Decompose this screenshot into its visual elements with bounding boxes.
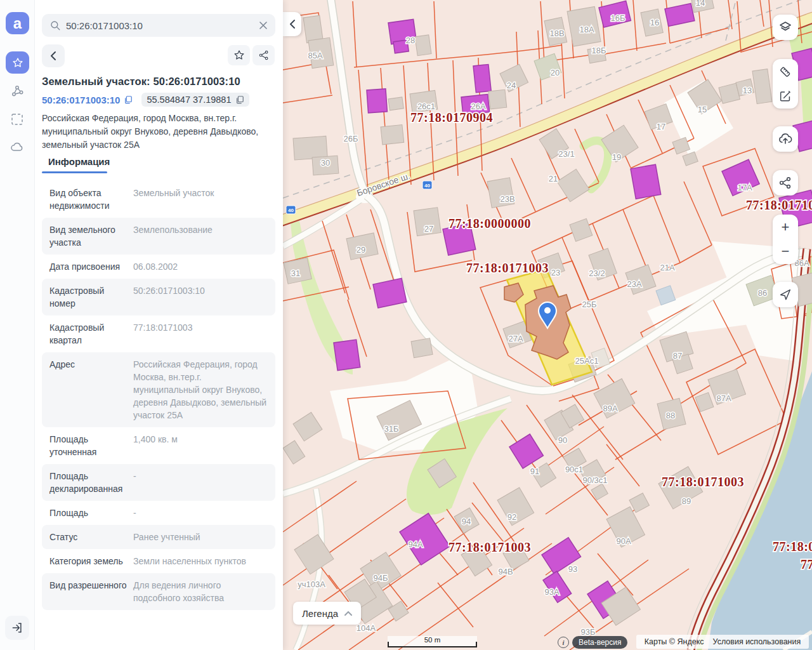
parcel-number-label: 104А [357, 623, 376, 633]
sidebar-item-favorites[interactable] [6, 51, 29, 74]
row-label: Площадь [49, 507, 131, 519]
app-logo-glyph: a [13, 16, 22, 31]
measure-edit-group [773, 59, 798, 109]
parcel-number-label: 90/3с1 [582, 475, 607, 485]
search-bar[interactable] [42, 14, 275, 37]
layers-button[interactable] [773, 15, 798, 40]
parcel-number-label: 29 [357, 245, 365, 255]
attribution-terms[interactable]: Условия использования [713, 637, 801, 646]
sidebar-item-objects[interactable] [10, 84, 25, 102]
tab-information[interactable]: Информация [48, 156, 110, 167]
sidebar-item-cloud[interactable] [10, 140, 25, 157]
coordinates-text: 55.584847 37.19881 [147, 95, 231, 105]
ruler-button[interactable] [773, 60, 798, 84]
map-attribution: Карты © Яндекс Условия использования [636, 635, 809, 649]
polygon-icon [10, 84, 25, 99]
parcel-number-label: 85А [308, 51, 322, 60]
share-button[interactable] [252, 45, 275, 65]
row-label: Площадь уточненная [49, 433, 131, 458]
row-label: Вид земельного участка [49, 223, 131, 249]
zoom-in-button[interactable]: + [773, 215, 798, 239]
layers-icon [778, 20, 793, 35]
parcel-number-label: 94А [408, 540, 422, 549]
app-logo[interactable]: a [6, 12, 29, 34]
parcel-number-label: 20 [551, 68, 560, 77]
upload-button[interactable] [773, 126, 798, 152]
sidebar-item-select-area[interactable] [10, 112, 25, 129]
parcel-number-label: 26Б [344, 134, 358, 143]
selection-square-icon [10, 112, 25, 127]
parcel-number-label: 18А [579, 25, 594, 34]
parcel-number-label: 89 [682, 496, 691, 506]
favorite-button[interactable] [228, 45, 250, 65]
parcel-number-label: 21 [549, 174, 558, 183]
zoom-control-group: + − [773, 215, 798, 264]
upload-cloud-icon [778, 131, 793, 147]
info-button[interactable]: i [558, 637, 569, 648]
row-value: Земли населенных пунктов [133, 555, 268, 567]
locate-button[interactable] [773, 282, 798, 307]
row-label: Категория земель [49, 555, 131, 567]
zoom-out-button[interactable]: − [773, 239, 798, 263]
parcel-number-label: 16 [650, 18, 659, 27]
parcel-number-label: 27 [424, 224, 433, 234]
parcel-number-label: 93Б [581, 627, 596, 637]
search-input[interactable] [66, 20, 259, 31]
row-value: 06.08.2002 [133, 260, 268, 273]
cadastral-quarter-label: 77:18:0171003 [662, 475, 744, 489]
parcel-number-label: 17 [657, 122, 665, 131]
table-row: АдресРоссийская Федерация, город Москва,… [42, 352, 275, 427]
row-label: Дата присвоения [49, 260, 131, 273]
table-row: СтатусРанее учтенный [42, 525, 275, 549]
copy-icon[interactable] [235, 95, 244, 104]
parcel-number-label: 23В [500, 194, 514, 204]
legend-button[interactable]: Легенда [293, 602, 361, 625]
chevron-left-icon [50, 51, 56, 61]
row-label: Статус [49, 531, 131, 543]
row-label: Вид разрешенного [49, 579, 131, 604]
parcel-number-label: 91 [530, 467, 539, 476]
coordinates-chip[interactable]: 55.584847 37.19881 [141, 93, 249, 107]
road-sign: 40 [286, 206, 296, 214]
table-row: Вид объекта недвижимостиЗемельный участо… [42, 181, 275, 218]
cadastral-number-link[interactable]: 50:26:0171003:10 [42, 95, 133, 105]
beta-badge: Beta-версия [572, 636, 627, 649]
exit-button[interactable] [5, 616, 29, 640]
row-label: Кадастровый номер [49, 284, 131, 310]
navigation-arrow-icon [778, 288, 792, 302]
share-map-button[interactable] [773, 170, 798, 196]
map-pin-dot [544, 307, 551, 314]
row-value: Ранее учтенный [133, 531, 268, 543]
clear-search-icon[interactable] [259, 21, 268, 30]
parcel-number-label: 25Б [582, 300, 597, 309]
parcel-number-label: 93А [544, 587, 559, 597]
copy-icon[interactable] [124, 95, 133, 104]
parcel-number-label: 15 [698, 105, 707, 114]
parcel-number-label: 90 [558, 435, 567, 445]
row-value: Для ведения личного подсобного хозяйства [133, 579, 268, 604]
parcel-number-label: 13 [743, 86, 752, 95]
cadastral-quarter-label: 77:18:0171003 [746, 198, 812, 212]
parcel-number-label: 18В [549, 29, 564, 38]
row-label: Адрес [49, 358, 131, 421]
parcel-number-label: 94В [498, 567, 513, 576]
row-value: Российская Федерация, город Москва, вн.т… [133, 358, 268, 421]
parcel-number-label: 86 [758, 288, 767, 298]
row-value: 1,400 кв. м [133, 433, 268, 458]
panel-collapse-button[interactable] [283, 12, 301, 36]
parcel-number-label: 27А [508, 334, 523, 343]
edit-button[interactable] [773, 84, 798, 108]
back-button[interactable] [42, 44, 65, 67]
star-outline-icon [233, 49, 246, 62]
parcel-number-label: 23/1 [558, 149, 574, 159]
table-row: Вид разрешенногоДля ведения личного подс… [42, 573, 275, 610]
cadastral-quarter-label: 77:18:0000000 [449, 216, 531, 230]
row-label: Вид объекта недвижимости [49, 187, 131, 212]
row-label: Кадастровый квартал [49, 321, 131, 347]
parcel-number-label: 31 [291, 269, 300, 278]
object-address: Российская Федерация, город Москва, вн.т… [42, 112, 264, 152]
cadastral-quarter-label: 77:18:0171003 [466, 261, 549, 275]
ruler-icon [778, 65, 792, 79]
road-sign: 40 [422, 181, 432, 189]
scale-bar: 50 m [388, 636, 477, 647]
